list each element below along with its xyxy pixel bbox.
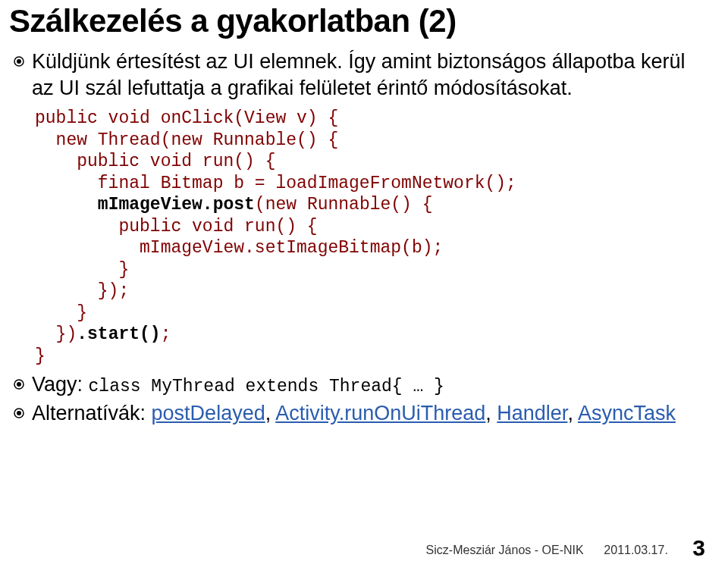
- page-number: 3: [692, 535, 705, 560]
- footer-author: Sicz-Mesziár János - OE-NIK: [426, 544, 584, 556]
- bullet-icon: [14, 379, 24, 390]
- svg-point-3: [17, 382, 21, 387]
- bullet-icon: [14, 408, 24, 418]
- link-asynctask[interactable]: AsyncTask: [578, 402, 676, 424]
- bullet-item: Küldjünk értesítést az UI elemnek. Így a…: [14, 49, 710, 102]
- link-runonuithread[interactable]: Activity.runOnUiThread: [275, 402, 485, 424]
- bullet-text: Vagy: class MyThread extends Thread{ … }: [32, 371, 710, 399]
- bullet-text: Küldjünk értesítést az UI elemnek. Így a…: [32, 49, 710, 102]
- sep: ,: [265, 402, 276, 424]
- link-postdelayed[interactable]: postDelayed: [152, 402, 265, 424]
- sep: ,: [567, 402, 578, 424]
- bullet-list: Küldjünk értesítést az UI elemnek. Így a…: [14, 49, 710, 427]
- slide: Szálkezelés a gyakorlatban (2) Küldjünk …: [0, 0, 728, 567]
- svg-point-5: [17, 411, 21, 415]
- sep: ,: [485, 402, 497, 424]
- link-handler[interactable]: Handler: [497, 402, 567, 424]
- code-inline: class MyThread extends Thread{ … }: [89, 377, 444, 396]
- footer-date: 2011.03.17.: [604, 544, 668, 556]
- footer: Sicz-Mesziár János - OE-NIK 2011.03.17. …: [426, 535, 705, 561]
- alternativak-label: Alternatívák:: [32, 402, 152, 424]
- bullet-icon: [14, 56, 24, 67]
- code-block: public void onClick(View v) { new Thread…: [35, 108, 710, 367]
- slide-title: Szálkezelés a gyakorlatban (2): [9, 5, 710, 38]
- bullet-item: Alternatívák: postDelayed, Activity.runO…: [14, 400, 710, 427]
- svg-point-1: [17, 59, 21, 64]
- bullet-text: Alternatívák: postDelayed, Activity.runO…: [32, 400, 710, 427]
- bullet-item: Vagy: class MyThread extends Thread{ … }: [14, 371, 710, 399]
- vagy-label: Vagy:: [32, 373, 89, 396]
